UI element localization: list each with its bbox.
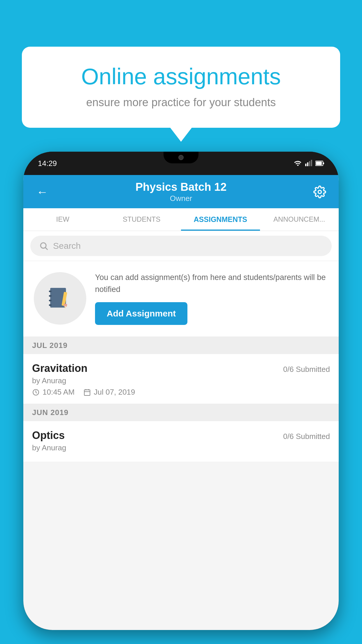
assignment-date: Jul 07, 2019 bbox=[94, 388, 135, 397]
status-time: 14:29 bbox=[38, 159, 57, 168]
gear-icon bbox=[313, 186, 326, 198]
tabs-bar: IEW STUDENTS ASSIGNMENTS ANNOUNCEM... bbox=[23, 208, 339, 231]
svg-rect-19 bbox=[84, 390, 90, 396]
header-title-block: Physics Batch 12 Owner bbox=[50, 181, 312, 203]
assignment-top-row: Gravitation 0/6 Submitted bbox=[32, 362, 330, 374]
svg-rect-0 bbox=[305, 164, 306, 166]
search-placeholder: Search bbox=[53, 241, 81, 251]
svg-rect-3 bbox=[311, 160, 312, 166]
assignment-top-row-optics: Optics 0/6 Submitted bbox=[32, 429, 330, 442]
section-header-jun: JUN 2019 bbox=[23, 404, 339, 421]
status-bar: 14:29 bbox=[23, 152, 339, 175]
clock-icon bbox=[32, 388, 40, 396]
promo-text: You can add assignment(s) from here and … bbox=[95, 272, 328, 295]
svg-rect-12 bbox=[49, 295, 52, 297]
phone-screen: ← Physics Batch 12 Owner IEW STUDENTS AS… bbox=[23, 175, 339, 630]
svg-point-7 bbox=[318, 190, 321, 194]
optics-status: 0/6 Submitted bbox=[283, 432, 330, 441]
promo-icon-circle bbox=[34, 272, 86, 325]
back-button[interactable]: ← bbox=[35, 185, 50, 199]
assignment-item-gravitation[interactable]: Gravitation 0/6 Submitted by Anurag 10:4… bbox=[23, 354, 339, 404]
tab-students[interactable]: STUDENTS bbox=[102, 208, 181, 231]
app-header: ← Physics Batch 12 Owner bbox=[23, 175, 339, 208]
camera-dot bbox=[178, 155, 184, 160]
batch-name: Physics Batch 12 bbox=[50, 181, 312, 193]
assignment-item-optics[interactable]: Optics 0/6 Submitted by Anurag bbox=[23, 421, 339, 462]
assignment-author: by Anurag bbox=[32, 376, 330, 385]
speech-bubble-title: Online assignments bbox=[42, 64, 320, 89]
speech-bubble: Online assignments ensure more practice … bbox=[22, 47, 340, 128]
back-arrow-icon: ← bbox=[36, 186, 48, 198]
settings-button[interactable] bbox=[312, 185, 327, 199]
phone-notch bbox=[164, 152, 198, 163]
signal-icon bbox=[305, 160, 312, 167]
search-bar[interactable]: Search bbox=[30, 236, 332, 256]
tab-iew[interactable]: IEW bbox=[23, 208, 102, 231]
optics-author: by Anurag bbox=[32, 443, 330, 452]
battery-icon bbox=[315, 160, 324, 167]
svg-rect-2 bbox=[309, 161, 310, 166]
assignment-time: 10:45 AM bbox=[43, 388, 75, 397]
svg-line-9 bbox=[45, 248, 48, 250]
promo-content: You can add assignment(s) from here and … bbox=[95, 272, 328, 325]
section-header-jul: JUL 2019 bbox=[23, 337, 339, 354]
search-container: Search bbox=[23, 231, 339, 261]
svg-rect-11 bbox=[49, 290, 52, 292]
meta-date: Jul 07, 2019 bbox=[83, 388, 135, 397]
optics-title: Optics bbox=[32, 429, 65, 442]
svg-rect-13 bbox=[49, 300, 52, 301]
tab-assignments[interactable]: ASSIGNMENTS bbox=[181, 208, 260, 231]
batch-role: Owner bbox=[50, 194, 312, 203]
assignment-status: 0/6 Submitted bbox=[283, 365, 330, 374]
svg-rect-1 bbox=[307, 162, 308, 166]
assignment-meta: 10:45 AM Jul 07, 2019 bbox=[32, 388, 330, 397]
svg-rect-6 bbox=[323, 162, 324, 164]
promo-section: You can add assignment(s) from here and … bbox=[23, 261, 339, 337]
status-icons bbox=[294, 159, 324, 167]
speech-bubble-subtitle: ensure more practice for your students bbox=[42, 96, 320, 109]
search-icon bbox=[39, 241, 48, 251]
add-assignment-button[interactable]: Add Assignment bbox=[95, 302, 187, 325]
phone-frame: 14:29 bbox=[23, 152, 339, 630]
svg-rect-14 bbox=[49, 304, 52, 306]
wifi-icon bbox=[294, 159, 302, 167]
svg-point-8 bbox=[41, 243, 46, 248]
calendar-icon bbox=[83, 388, 91, 396]
notebook-icon bbox=[47, 285, 73, 312]
svg-rect-5 bbox=[316, 162, 322, 165]
meta-time: 10:45 AM bbox=[32, 388, 75, 397]
assignment-title: Gravitation bbox=[32, 362, 87, 374]
promo-card: Online assignments ensure more practice … bbox=[22, 47, 340, 128]
tab-announcements[interactable]: ANNOUNCEM... bbox=[260, 208, 339, 231]
